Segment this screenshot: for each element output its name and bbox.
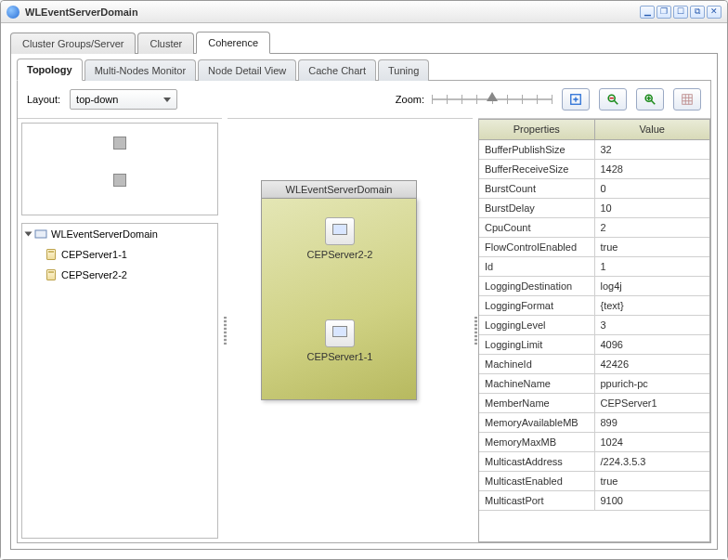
- header-value[interactable]: Value: [595, 120, 710, 139]
- app-icon: [6, 6, 20, 19]
- property-value: 0: [595, 179, 710, 198]
- table-row[interactable]: LoggingLimit4096: [479, 335, 709, 355]
- domain-tree[interactable]: WLEventServerDomain CEPServer1-1 CEPServ…: [21, 223, 218, 539]
- table-row[interactable]: MulticastAddress/224.3.5.3: [479, 452, 709, 472]
- property-value: {text}: [595, 296, 710, 315]
- subtab-multi-nodes-monitor[interactable]: Multi-Nodes Monitor: [84, 59, 196, 81]
- table-row[interactable]: MachineNameppurich-pc: [479, 374, 709, 394]
- canvas-node-cepserver1-1[interactable]: CEPServer1-1: [303, 319, 377, 362]
- properties-header: Properties Value: [479, 120, 709, 140]
- property-key: LoggingFormat: [479, 296, 595, 315]
- property-key: MachineName: [479, 374, 595, 393]
- table-row[interactable]: MemberNameCEPServer1: [479, 394, 709, 413]
- layout-value: top-down: [76, 94, 118, 105]
- grid-button[interactable]: [673, 88, 701, 111]
- tab-cluster-groups-server[interactable]: Cluster Groups/Server: [10, 33, 136, 54]
- subtab-tuning[interactable]: Tuning: [378, 59, 429, 81]
- table-row[interactable]: MulticastPort9100: [479, 491, 709, 511]
- table-row[interactable]: CpuCount2: [479, 218, 709, 238]
- content-area: Cluster Groups/Server Cluster Coherence …: [1, 23, 727, 559]
- properties-body[interactable]: BufferPublishSize32BufferReceiveSize1428…: [479, 140, 709, 541]
- canvas-domain-box[interactable]: CEPServer2-2 CEPServer1-1: [261, 198, 417, 400]
- property-key: BufferReceiveSize: [479, 160, 595, 178]
- table-row[interactable]: MemoryMaxMB1024: [479, 433, 709, 452]
- zoom-slider[interactable]: [432, 90, 552, 109]
- zoom-label: Zoom:: [396, 94, 424, 105]
- property-value: 9100: [595, 491, 710, 510]
- topology-canvas[interactable]: WLEventServerDomain CEPServer2-2 CEPServ…: [228, 118, 473, 542]
- property-value: 899: [595, 413, 710, 432]
- app-window: WLEventServerDomain ▁ ❐ ☐ ⧉ ✕ Cluster Gr…: [0, 0, 728, 560]
- table-row[interactable]: MachineId42426: [479, 355, 709, 374]
- property-value: 1: [595, 257, 710, 276]
- tree-root[interactable]: WLEventServerDomain: [22, 224, 217, 244]
- property-value: 2: [595, 218, 710, 237]
- property-key: MulticastEnabled: [479, 472, 595, 490]
- header-properties[interactable]: Properties: [479, 120, 595, 139]
- tree-root-label: WLEventServerDomain: [51, 228, 158, 240]
- property-key: MulticastAddress: [479, 452, 595, 471]
- minimap[interactable]: [21, 123, 218, 215]
- table-row[interactable]: BurstDelay10: [479, 199, 709, 218]
- maximize-button[interactable]: ☐: [673, 6, 688, 19]
- titlebar: WLEventServerDomain ▁ ❐ ☐ ⧉ ✕: [1, 1, 727, 23]
- topology-toolbar: Layout: top-down Zoom:: [18, 81, 710, 118]
- zoom-out-button[interactable]: [599, 88, 627, 111]
- table-row[interactable]: MemoryAvailableMB899: [479, 413, 709, 433]
- subtab-topology[interactable]: Topology: [17, 59, 83, 81]
- property-value: 42426: [595, 355, 710, 373]
- property-key: BufferPublishSize: [479, 140, 595, 159]
- property-value: /224.3.5.3: [595, 452, 710, 471]
- table-row[interactable]: LoggingLevel3: [479, 316, 709, 335]
- grid-icon: [681, 93, 694, 106]
- canvas-node-label: CEPServer2-2: [303, 249, 377, 260]
- property-key: MemberName: [479, 394, 595, 412]
- slider-thumb-icon[interactable]: [487, 92, 498, 101]
- chevron-down-icon[interactable]: [25, 232, 32, 237]
- property-value: ppurich-pc: [595, 374, 710, 393]
- zoom-out-icon: [606, 93, 619, 106]
- table-row[interactable]: MulticastEnabledtrue: [479, 472, 709, 491]
- property-key: LoggingLevel: [479, 316, 595, 334]
- property-value: true: [595, 238, 710, 256]
- svg-rect-3: [682, 95, 693, 105]
- workspace: WLEventServerDomain CEPServer1-1 CEPServ…: [18, 118, 710, 542]
- property-key: MachineId: [479, 355, 595, 373]
- zoom-in-button[interactable]: [636, 88, 664, 111]
- server-icon: [45, 248, 58, 261]
- property-value: 3: [595, 316, 710, 334]
- property-value: CEPServer1: [595, 394, 710, 412]
- canvas-domain-title: WLEventServerDomain: [261, 180, 417, 198]
- tree-item-cepserver2-2[interactable]: CEPServer2-2: [22, 265, 217, 285]
- right-pane: Properties Value BufferPublishSize32Buff…: [478, 118, 710, 542]
- table-row[interactable]: LoggingDestinationlog4j: [479, 277, 709, 296]
- table-row[interactable]: Id1: [479, 257, 709, 277]
- subtab-node-detail-view[interactable]: Node Detail View: [198, 59, 296, 81]
- minimap-node: [113, 174, 126, 187]
- tree-item-label: CEPServer2-2: [61, 269, 127, 280]
- tab-coherence[interactable]: Coherence: [196, 32, 270, 54]
- property-key: LoggingLimit: [479, 335, 595, 354]
- tab-cluster[interactable]: Cluster: [137, 33, 194, 54]
- close-button[interactable]: ✕: [707, 6, 722, 19]
- properties-table: Properties Value BufferPublishSize32Buff…: [478, 119, 710, 542]
- fit-button[interactable]: [562, 88, 590, 111]
- table-row[interactable]: BufferReceiveSize1428: [479, 160, 709, 179]
- table-row[interactable]: FlowControlEnabledtrue: [479, 238, 709, 257]
- subtab-cache-chart[interactable]: Cache Chart: [298, 59, 376, 81]
- window-buttons: ▁ ❐ ☐ ⧉ ✕: [640, 6, 722, 19]
- table-row[interactable]: BurstCount0: [479, 179, 709, 199]
- table-row[interactable]: BufferPublishSize32: [479, 140, 709, 160]
- detach-button[interactable]: ⧉: [690, 6, 705, 19]
- canvas-node-cepserver2-2[interactable]: CEPServer2-2: [303, 217, 377, 260]
- table-row[interactable]: LoggingFormat{text}: [479, 296, 709, 316]
- minimize-button[interactable]: ▁: [640, 6, 655, 19]
- tree-item-label: CEPServer1-1: [61, 249, 127, 260]
- property-value: 10: [595, 199, 710, 217]
- layout-select[interactable]: top-down: [70, 89, 177, 110]
- restore-button[interactable]: ❐: [656, 6, 671, 19]
- property-key: Id: [479, 257, 595, 276]
- tree-item-cepserver1-1[interactable]: CEPServer1-1: [22, 244, 217, 265]
- left-pane: WLEventServerDomain CEPServer1-1 CEPServ…: [18, 118, 222, 542]
- property-key: LoggingDestination: [479, 277, 595, 295]
